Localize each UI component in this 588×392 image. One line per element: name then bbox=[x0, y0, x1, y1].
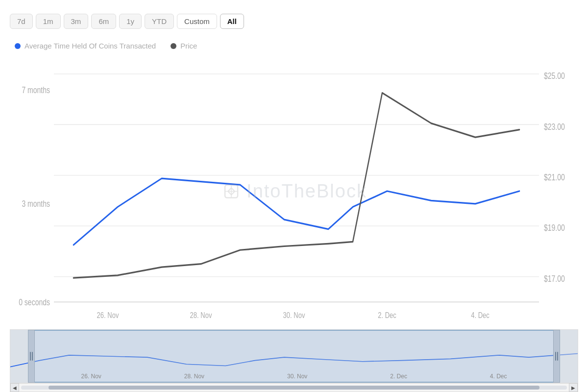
filter-bar: 7d 1m 3m 6m 1y YTD Custom All bbox=[10, 10, 578, 33]
filter-custom[interactable]: Custom bbox=[177, 14, 217, 29]
svg-text:$21.00: $21.00 bbox=[544, 172, 565, 182]
svg-text:$23.00: $23.00 bbox=[544, 122, 565, 131]
navigator-dates: 26. Nov 28. Nov 30. Nov 2. Dec 4. Dec bbox=[10, 373, 578, 380]
svg-text:0 seconds: 0 seconds bbox=[19, 297, 50, 307]
navigator-container[interactable]: 26. Nov 28. Nov 30. Nov 2. Dec 4. Dec bbox=[10, 329, 578, 383]
legend-price: Price bbox=[171, 42, 197, 50]
handle-lines-right bbox=[555, 352, 558, 361]
svg-text:4. Dec: 4. Dec bbox=[471, 310, 490, 319]
scrollbar-container[interactable]: ◀ ▶ bbox=[10, 383, 578, 392]
svg-text:7 months: 7 months bbox=[22, 85, 50, 95]
nav-date-2: 28. Nov bbox=[184, 373, 204, 380]
svg-text:2. Dec: 2. Dec bbox=[378, 310, 396, 319]
handle-lines-left bbox=[30, 352, 33, 361]
scroll-left-arrow[interactable]: ◀ bbox=[10, 383, 19, 392]
filter-1m[interactable]: 1m bbox=[36, 14, 61, 29]
legend-dot-price bbox=[171, 43, 176, 49]
svg-text:$25.00: $25.00 bbox=[544, 71, 565, 80]
svg-text:26. Nov: 26. Nov bbox=[97, 310, 119, 319]
filter-all[interactable]: All bbox=[220, 14, 244, 29]
nav-date-3: 30. Nov bbox=[287, 373, 307, 380]
nav-date-1: 26. Nov bbox=[81, 373, 101, 380]
legend-label-price: Price bbox=[180, 42, 197, 50]
filter-ytd[interactable]: YTD bbox=[145, 14, 174, 29]
chart-main: IntoTheBlock 7 months 3 months 0 seconds… bbox=[10, 55, 578, 327]
navigator-handle-right[interactable] bbox=[553, 330, 560, 383]
chart-legend: Average Time Held Of Coins Transacted Pr… bbox=[10, 42, 578, 50]
scrollbar-track[interactable] bbox=[21, 386, 567, 390]
svg-text:$17.00: $17.00 bbox=[544, 273, 565, 283]
navigator-handle-left[interactable] bbox=[28, 330, 35, 383]
svg-text:$19.00: $19.00 bbox=[544, 223, 565, 233]
main-chart-svg: 7 months 3 months 0 seconds $25.00 $23.0… bbox=[10, 55, 578, 327]
nav-date-5: 4. Dec bbox=[490, 373, 507, 380]
nav-date-4: 2. Dec bbox=[390, 373, 407, 380]
filter-6m[interactable]: 6m bbox=[91, 14, 116, 29]
filter-7d[interactable]: 7d bbox=[10, 14, 33, 29]
main-container: 7d 1m 3m 6m 1y YTD Custom All Average Ti… bbox=[0, 0, 588, 392]
legend-avg-time: Average Time Held Of Coins Transacted bbox=[15, 42, 156, 50]
scrollbar-thumb[interactable] bbox=[49, 386, 540, 390]
svg-text:30. Nov: 30. Nov bbox=[283, 310, 305, 319]
scroll-right-arrow[interactable]: ▶ bbox=[569, 383, 578, 392]
svg-text:3 months: 3 months bbox=[22, 199, 50, 209]
filter-1y[interactable]: 1y bbox=[119, 14, 142, 29]
chart-wrapper: IntoTheBlock 7 months 3 months 0 seconds… bbox=[10, 55, 578, 392]
svg-text:28. Nov: 28. Nov bbox=[190, 310, 212, 319]
legend-label-avg-time: Average Time Held Of Coins Transacted bbox=[24, 42, 156, 50]
scrollbar-track-area[interactable] bbox=[19, 386, 569, 390]
legend-dot-avg-time bbox=[15, 43, 21, 49]
filter-3m[interactable]: 3m bbox=[64, 14, 89, 29]
